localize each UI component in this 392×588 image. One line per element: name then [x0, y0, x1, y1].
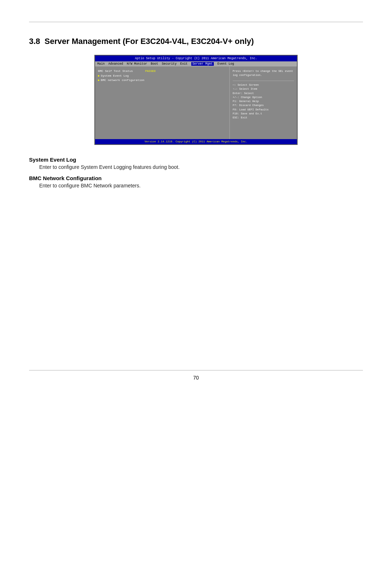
- bios-titlebar: Aptio Setup Utility - Copyright (C) 2011…: [95, 56, 297, 61]
- bmc-network-heading: BMC Network Configuration: [29, 175, 363, 181]
- bios-left-panel: BMC Self Test Status PASSED ▶ System Eve…: [95, 66, 229, 139]
- bios-help-text: Press <Enter> to change the SEL event lo…: [233, 69, 294, 77]
- arrow-icon: ▶: [98, 78, 100, 82]
- system-event-log-description: Enter to configure System Event Logging …: [39, 164, 363, 170]
- bios-right-panel: Press <Enter> to change the SEL event lo…: [230, 66, 297, 139]
- bottom-divider: [29, 370, 363, 370]
- bmc-network-description: Enter to configure BMC Network parameter…: [39, 183, 363, 188]
- bmc-network-nav: ▶ BMC network configuration: [98, 78, 226, 82]
- bmc-status-value: PASSED: [145, 69, 156, 73]
- system-event-log-nav: ▶ System Event Log: [98, 74, 226, 77]
- bmc-status-label: BMC Self Test Status: [98, 69, 145, 73]
- bios-screenshot: Aptio Setup Utility - Copyright (C) 2011…: [94, 55, 298, 145]
- descriptions-section: System Event Log Enter to configure Syst…: [29, 157, 363, 188]
- bios-menubar: Main Advanced H/W Monitor Boot Security …: [95, 61, 297, 66]
- arrow-icon: ▶: [98, 74, 100, 77]
- bios-footer: Version 2.14.1219. Copyright (C) 2011 Am…: [95, 139, 297, 144]
- section-title: 3.8 Server Management (For E3C204-V4L, E…: [29, 37, 363, 46]
- system-event-log-heading: System Event Log: [29, 157, 363, 163]
- bios-bmc-status-row: BMC Self Test Status PASSED: [98, 69, 226, 73]
- bios-key-help: ↔: Select Screen ↑↓: Select Item Enter: …: [233, 81, 294, 120]
- bios-body: BMC Self Test Status PASSED ▶ System Eve…: [95, 66, 297, 139]
- top-divider: [29, 22, 363, 22]
- page-number: 70: [29, 375, 363, 381]
